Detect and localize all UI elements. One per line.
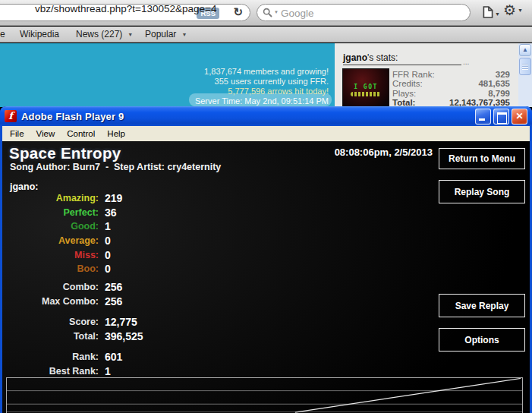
- judgement-row: Average:0: [2, 234, 122, 248]
- bookmark-folder-popular[interactable]: Popular▼: [145, 29, 187, 39]
- users-online-text: 355 users currently using FFR.: [195, 77, 329, 87]
- stats-row: FFR Rank:329: [392, 70, 510, 79]
- judgement-row: Boo:0: [2, 262, 122, 276]
- judgement-row: Perfect:36: [2, 206, 122, 220]
- flash-app-icon: f: [5, 110, 17, 122]
- judgement-list: Amazing:219 Perfect:36 Good:1 Average:0 …: [2, 191, 122, 276]
- ffr-banner: 1,837,674 members and growing! 355 users…: [0, 43, 335, 107]
- heading-ellipsis: ...: [463, 58, 469, 66]
- stat-row: Combo:256: [2, 280, 122, 295]
- combo-stats: Combo:256 Max Combo:256: [2, 280, 122, 308]
- results-screen: Space Entropy Song Author: Burn7 - Step …: [2, 141, 530, 413]
- result-timestamp: 08:08:06pm, 2/5/2013: [335, 147, 433, 158]
- search-placeholder: Google: [281, 8, 314, 19]
- new-page-icon[interactable]: ▼: [483, 5, 500, 22]
- menu-file[interactable]: File: [2, 129, 30, 138]
- stat-row: Rank:601: [2, 350, 122, 364]
- chevron-down-icon: ▼: [518, 8, 523, 13]
- stats-row: Plays:8,799: [392, 89, 510, 98]
- song-title: Space Entropy: [9, 144, 121, 162]
- flash-player-window: f Adobe Flash Player 9 File View Control…: [0, 106, 532, 413]
- user-stats-panel: jgano's stats: ... I GOT FFR Rank:329 Cr…: [335, 43, 518, 107]
- bookmark-item-partial[interactable]: e: [0, 29, 5, 39]
- browser-toolbar: RSS ↻ vbz/showthread.php?t=130052&page=4…: [0, 0, 532, 26]
- judgement-row: Amazing:219: [2, 191, 122, 206]
- rank-stats: Rank:601 Best Rank:1: [2, 350, 122, 378]
- stats-row: Credits:481,635: [392, 79, 510, 88]
- settings-gear-icon[interactable]: ⚙▼: [503, 2, 523, 19]
- menu-help[interactable]: Help: [101, 129, 131, 138]
- scroll-up-icon[interactable]: [519, 44, 531, 56]
- search-dropdown-caret[interactable]: ▼: [274, 10, 279, 14]
- heading-underline: [343, 65, 461, 65]
- stat-row: Total:396,525: [2, 329, 143, 344]
- webpage-viewport: 1,837,674 members and growing! 355 users…: [0, 43, 532, 107]
- stat-row: Score:12,775: [2, 315, 143, 329]
- options-button[interactable]: Options: [439, 328, 525, 352]
- scrollbar-thumb[interactable]: [519, 58, 531, 75]
- return-to-menu-button[interactable]: Return to Menu: [439, 148, 525, 169]
- search-icon: [263, 8, 273, 18]
- arrows-hit-text: 5,777,596 arrows hit today!: [195, 87, 329, 96]
- chevron-down-icon: ▼: [495, 11, 500, 17]
- song-credits: Song Author: Burn7 - Step Artist: cry4et…: [10, 162, 221, 172]
- members-count-text: 1,837,674 members and growing!: [195, 67, 329, 77]
- minimize-button[interactable]: [475, 109, 491, 125]
- player-name: jgano:: [10, 181, 39, 192]
- save-replay-button[interactable]: Save Replay: [439, 294, 525, 317]
- judgement-row: Good:1: [2, 219, 122, 234]
- maximize-button[interactable]: [493, 109, 509, 125]
- chevron-down-icon: ▼: [181, 32, 187, 37]
- window-title: Adobe Flash Player 9: [21, 111, 124, 122]
- bookmark-folder-news[interactable]: News (227)▼: [76, 29, 133, 39]
- window-titlebar[interactable]: f Adobe Flash Player 9: [0, 106, 532, 126]
- close-button[interactable]: [512, 109, 527, 125]
- bookmark-item-wikipedia[interactable]: Wikipedia: [20, 29, 59, 39]
- page-scrollbar[interactable]: [518, 43, 532, 107]
- bookmarks-bar: e Wikipedia News (227)▼ Popular▼: [0, 27, 532, 43]
- menu-control[interactable]: Control: [61, 129, 101, 138]
- avatar-scribble: [351, 92, 381, 96]
- score-stats: Score:12,775 Total:396,525: [2, 315, 143, 343]
- menu-view[interactable]: View: [30, 129, 61, 138]
- window-menubar: File View Control Help: [0, 126, 532, 141]
- score-progress-graph: [6, 377, 523, 413]
- stat-row: Max Combo:256: [2, 295, 122, 309]
- page-icon: [483, 5, 493, 19]
- search-input[interactable]: ▼ Google: [257, 4, 471, 21]
- server-time-text: Server Time: May 2nd, 09:51:14 PM: [195, 96, 329, 106]
- user-avatar: I GOT: [342, 68, 389, 107]
- address-url[interactable]: vbz/showthread.php?t=130052&page=4: [35, 3, 216, 14]
- stats-heading: jgano's stats:: [343, 52, 398, 63]
- chevron-down-icon: ▼: [127, 32, 133, 37]
- judgement-row: Miss:0: [2, 247, 122, 262]
- stat-row: Best Rank:1: [2, 364, 122, 379]
- reload-icon[interactable]: ↻: [233, 5, 243, 19]
- replay-song-button[interactable]: Replay Song: [439, 180, 525, 203]
